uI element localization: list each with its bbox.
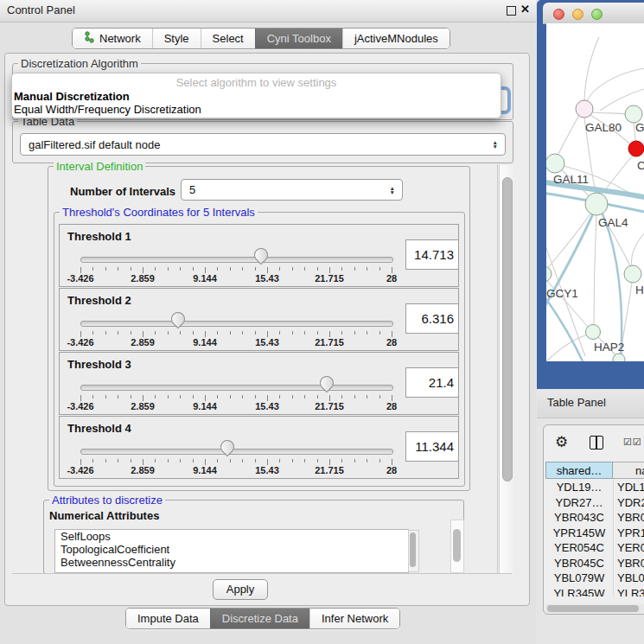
column-header-name[interactable]: na (613, 462, 644, 479)
tab-jactivemnodules[interactable]: jActiveMNodules (342, 29, 450, 48)
network-graph[interactable]: GAL80GACGAL11GAL4GCY1HHAP2 (546, 23, 644, 361)
slider-tick (155, 267, 156, 271)
network-node[interactable] (624, 265, 641, 283)
network-window-titlebar[interactable] (543, 3, 644, 24)
column-select-icon[interactable]: ☑☑ (623, 437, 642, 448)
cell-shared-name: YPR145W (545, 526, 614, 541)
slider-tick (267, 395, 268, 401)
scrollbar-thumb[interactable] (410, 532, 416, 567)
dropdown-option-equal-width-frequency-discretization[interactable]: Equal Width/Frequency Discretization (14, 103, 201, 116)
network-node[interactable] (613, 354, 625, 361)
tab-select[interactable]: Select (201, 29, 255, 48)
network-node[interactable] (585, 193, 608, 215)
slider-tick (230, 459, 231, 462)
list-item[interactable]: SelfLoops (55, 530, 408, 543)
zoom-traffic-light-icon[interactable] (591, 9, 603, 20)
number-of-intervals-combobox[interactable]: 5 (181, 179, 403, 201)
scrollbar-thumb[interactable] (453, 529, 461, 562)
table-row[interactable]: YDL19…YDL1 (545, 480, 644, 495)
table-data-combobox[interactable]: galFiltered.sif default node (20, 133, 506, 156)
table-row[interactable]: YBL079WYBL0 (545, 571, 644, 586)
slider-tick (329, 395, 330, 401)
slider-tick (105, 331, 106, 335)
tab-infer-network[interactable]: Infer Network (309, 609, 399, 628)
slider-track[interactable] (80, 449, 393, 455)
threshold-value-field[interactable]: 6.316 (405, 303, 459, 334)
slider-tick-label: -3.426 (54, 465, 106, 475)
scrollbar-thumb[interactable] (502, 177, 513, 481)
column-header-shared[interactable]: shared… (545, 462, 613, 479)
slider-tick-label: 9.144 (179, 337, 231, 348)
slider-track[interactable] (80, 321, 393, 327)
slider-tick (155, 331, 156, 335)
threshold-value-field[interactable]: 21.4 (405, 367, 459, 398)
tab-cyni-toolbox[interactable]: Cyni Toolbox (255, 29, 342, 48)
close-icon[interactable]: ✕ (520, 3, 530, 16)
slider-tick (193, 459, 194, 462)
tab-discretize-data[interactable]: Discretize Data (210, 609, 309, 628)
scrollbar-thumb[interactable] (547, 605, 639, 612)
network-canvas[interactable]: GAL80GACGAL11GAL4GCY1HHAP2 (546, 23, 644, 361)
tab-impute-data[interactable]: Impute Data (126, 609, 210, 628)
close-traffic-light-icon[interactable] (553, 9, 564, 20)
list-item[interactable]: BetweennessCentrality (55, 556, 408, 569)
slider-track[interactable] (80, 385, 393, 391)
network-edge[interactable] (601, 210, 622, 361)
slider-tick (242, 267, 243, 271)
slider-tick-label: -3.426 (54, 401, 106, 411)
network-edge[interactable] (632, 233, 644, 266)
slider-tick (354, 267, 355, 271)
slider-tick (143, 395, 143, 401)
float-window-icon[interactable] (507, 6, 516, 16)
table-row[interactable]: YDR27…YDR2 (545, 495, 644, 511)
table-row[interactable]: YBR043CYBR0 (545, 510, 644, 526)
minimize-traffic-light-icon[interactable] (572, 9, 583, 20)
slider-tick (304, 267, 305, 271)
settings-gear-icon[interactable]: ⚙ (555, 433, 568, 451)
window-title: Control Panel (7, 3, 75, 16)
slider-tick-label: 28 (366, 465, 418, 475)
table-row[interactable]: YPR145WYPR1 (545, 526, 644, 541)
network-edge[interactable] (558, 115, 579, 156)
slider-tick (193, 395, 194, 399)
threshold-label: Threshold 3 (67, 358, 131, 371)
network-node[interactable] (546, 154, 564, 173)
slider-tick (80, 267, 81, 273)
slider-tick-label: 2.859 (117, 465, 169, 475)
split-table-icon[interactable] (590, 436, 603, 450)
slider-tick (217, 459, 218, 462)
network-node[interactable] (586, 325, 601, 340)
dropdown-option-manual-discretization[interactable]: Manual Discretization (14, 90, 130, 103)
network-node[interactable] (625, 105, 642, 123)
threshold-panel-4: Threshold 4-3.4262.8599.14415.4321.71528… (59, 416, 459, 479)
cell-name: YLR3 (614, 586, 644, 597)
table-row[interactable]: YBR045CYBR0 (545, 556, 644, 571)
cell-shared-name: YER054C (545, 540, 614, 556)
attributes-list-scrollbar[interactable] (408, 530, 419, 572)
network-edge[interactable] (584, 37, 599, 100)
main-vertical-scrollbar[interactable] (499, 165, 513, 573)
table-horizontal-scrollbar[interactable] (545, 604, 644, 613)
list-item[interactable]: TopologicalCoefficient (55, 543, 408, 556)
network-edge[interactable] (586, 68, 644, 102)
network-node[interactable] (628, 141, 644, 156)
threshold-panel-1: Threshold 1-3.4262.8599.14415.4321.71528… (59, 224, 459, 287)
tab-network[interactable]: Network (73, 29, 152, 48)
slider-tick (317, 395, 318, 399)
apply-button[interactable]: Apply (213, 579, 268, 600)
slider-tick (354, 331, 355, 335)
table-row[interactable]: YER054CYER0 (545, 540, 644, 556)
cell-name: YDL1 (614, 480, 644, 495)
tab-style[interactable]: Style (152, 29, 201, 48)
network-node[interactable] (576, 100, 593, 118)
threshold-value-field[interactable]: 11.344 (405, 431, 459, 462)
network-edge[interactable] (592, 112, 626, 114)
slider-tick (329, 459, 330, 465)
numerical-attributes-list[interactable]: SelfLoopsTopologicalCoefficientBetweenne… (54, 529, 409, 573)
attributes-pane-scrollbar[interactable] (450, 520, 464, 573)
slider-track[interactable] (80, 257, 393, 263)
network-edge[interactable] (594, 215, 596, 324)
table-row[interactable]: YLR345WYLR3 (545, 586, 644, 597)
network-node[interactable] (546, 266, 552, 282)
threshold-value-field[interactable]: 14.713 (405, 239, 459, 270)
